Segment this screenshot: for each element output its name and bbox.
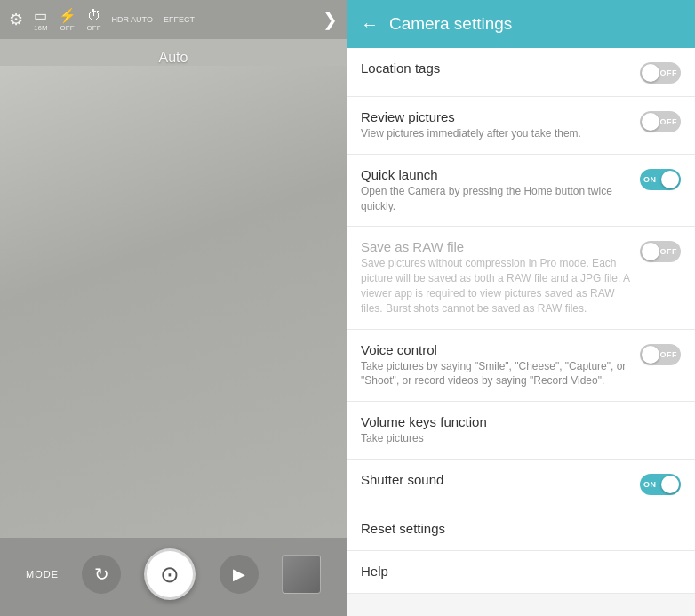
item-title-help: Help [361,564,681,579]
settings-item-quick-launch[interactable]: Quick launch Open the Camera by pressing… [347,155,695,228]
video-button[interactable]: ▶ [220,555,259,594]
item-title-review-pictures: Review pictures [361,109,631,124]
item-content-reset-settings: Reset settings [361,521,681,538]
item-title-quick-launch: Quick launch [361,167,631,182]
camera-viewfinder [0,66,347,538]
item-desc-volume-keys: Take pictures [361,431,681,446]
settings-header: ← Camera settings [347,0,695,48]
settings-item-help[interactable]: Help [347,551,695,594]
item-title-location-tags: Location tags [361,60,631,76]
item-content-shutter-sound: Shutter sound [361,472,631,489]
item-content-quick-launch: Quick launch Open the Camera by pressing… [361,167,631,214]
expand-icon[interactable]: ❯ [323,9,338,30]
mode-label: MODE [26,569,59,580]
camera-toolbar: ⚙ ▭ 16M ⚡ OFF ⏱ OFF HDR AUTO EFFECT ❯ [0,0,347,39]
toggle-shutter-sound[interactable]: ON [640,474,681,495]
shutter-button[interactable]: ⊙ [144,548,196,600]
item-content-voice-control: Voice control Take pictures by saying "S… [361,342,631,389]
item-desc-save-raw: Save pictures without compression in Pro… [361,256,631,316]
item-content-help: Help [361,564,681,580]
item-content-location-tags: Location tags [361,60,631,77]
flash-badge[interactable]: ⚡ OFF [59,7,76,32]
settings-item-reset-settings[interactable]: Reset settings [347,508,695,551]
item-desc-review-pictures: View pictures immediately after you take… [361,126,631,141]
toggle-save-raw[interactable]: OFF [640,241,681,262]
hdr-badge[interactable]: HDR AUTO [112,15,153,24]
camera-bottom-bar: MODE ↻ ⊙ ▶ [0,538,347,616]
item-title-voice-control: Voice control [361,342,631,357]
toggle-quick-launch[interactable]: ON [640,169,681,190]
camera-panel: ⚙ ▭ 16M ⚡ OFF ⏱ OFF HDR AUTO EFFECT ❯ Au… [0,0,347,616]
item-content-volume-keys: Volume keys function Take pictures [361,414,681,446]
effect-badge[interactable]: EFFECT [164,15,195,24]
settings-list: Location tags OFF Review pictures View p… [347,48,695,616]
timer-badge[interactable]: ⏱ OFF [87,8,101,32]
toggle-voice-control[interactable]: OFF [640,344,681,365]
ratio-badge[interactable]: ▭ 16M [34,7,48,32]
settings-panel: ← Camera settings Location tags OFF Revi… [347,0,695,616]
settings-icon[interactable]: ⚙ [9,10,23,29]
item-content-review-pictures: Review pictures View pictures immediatel… [361,109,631,141]
camera-mode-label: Auto [0,50,347,66]
settings-item-voice-control[interactable]: Voice control Take pictures by saying "S… [347,330,695,403]
item-title-save-raw: Save as RAW file [361,239,631,254]
gallery-thumbnail[interactable] [282,555,321,594]
item-content-save-raw: Save as RAW file Save pictures without c… [361,239,631,316]
settings-item-save-raw[interactable]: Save as RAW file Save pictures without c… [347,227,695,329]
toggle-location-tags[interactable]: OFF [640,62,681,84]
rotate-button[interactable]: ↻ [82,555,121,594]
toggle-review-pictures[interactable]: OFF [640,111,681,132]
settings-title: Camera settings [389,14,512,34]
settings-item-location-tags[interactable]: Location tags OFF [347,48,695,97]
item-title-shutter-sound: Shutter sound [361,472,631,487]
item-title-volume-keys: Volume keys function [361,414,681,429]
item-desc-voice-control: Take pictures by saying "Smile", "Cheese… [361,359,631,389]
item-title-reset-settings: Reset settings [361,521,681,536]
back-button[interactable]: ← [361,14,379,35]
settings-item-shutter-sound[interactable]: Shutter sound ON [347,460,695,508]
settings-item-volume-keys: Volume keys function Take pictures [347,402,695,460]
settings-item-review-pictures[interactable]: Review pictures View pictures immediatel… [347,97,695,155]
item-desc-quick-launch: Open the Camera by pressing the Home but… [361,184,631,214]
